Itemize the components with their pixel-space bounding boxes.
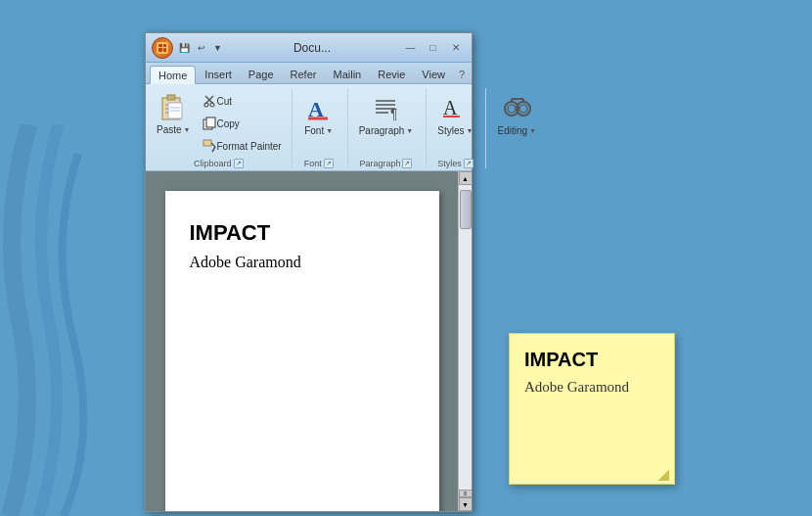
ribbon: Home Insert Page Refer Mailin Revie View… xyxy=(146,63,472,171)
paste-icon xyxy=(158,91,189,122)
styles-expand[interactable]: ↗ xyxy=(464,159,474,168)
styles-buttons: A Styles▼ xyxy=(430,88,479,157)
scroll-up-button[interactable]: ▲ xyxy=(459,171,473,185)
svg-text:¶: ¶ xyxy=(390,106,398,121)
cut-button[interactable]: Cut xyxy=(198,90,286,112)
help-button[interactable]: ? xyxy=(454,66,470,83)
paragraph-group-label: Paragraph ↗ xyxy=(352,159,421,168)
page-garamond-text: Adobe Garamond xyxy=(190,254,415,271)
sticky-garamond-text: Adobe Garamond xyxy=(524,379,659,396)
font-button[interactable]: A Font▼ xyxy=(296,88,341,140)
tab-revie[interactable]: Revie xyxy=(370,66,413,83)
clipboard-buttons: Paste▼ xyxy=(152,88,286,157)
scroll-track[interactable] xyxy=(459,185,472,490)
paragraph-label: Paragraph▼ xyxy=(359,125,414,136)
document-area: IMPACT Adobe Garamond ▲ ≡ ▼ xyxy=(146,171,472,511)
ribbon-group-font: A Font▼ Font ↗ xyxy=(293,88,348,168)
paste-label: Paste▼ xyxy=(157,124,191,135)
font-label: Font▼ xyxy=(304,125,333,136)
editing-group-label xyxy=(490,159,543,168)
format-painter-label: Format Painter xyxy=(217,141,282,152)
undo-button[interactable]: ↩ xyxy=(196,42,207,54)
editing-button[interactable]: Editing▼ xyxy=(490,88,543,140)
copy-button[interactable]: Copy xyxy=(198,113,286,134)
tab-page[interactable]: Page xyxy=(241,66,282,83)
paste-dropdown-arrow: ▼ xyxy=(184,126,191,133)
font-group-label: Font ↗ xyxy=(296,159,341,168)
office-button[interactable] xyxy=(152,37,173,59)
styles-label: Styles▼ xyxy=(437,125,473,136)
save-button[interactable]: 💾 xyxy=(177,42,192,54)
word-window: 💾 ↩ ▼ Docu... — □ ✕ Home Insert Page Ref… xyxy=(145,32,473,512)
tab-refer[interactable]: Refer xyxy=(283,66,325,83)
scroll-down-button[interactable]: ▼ xyxy=(459,497,473,511)
styles-label-text: Styles xyxy=(437,159,462,168)
paragraph-button[interactable]: ¶ Paragraph▼ xyxy=(352,88,421,140)
clipboard-expand[interactable]: ↗ xyxy=(234,159,244,168)
paragraph-icon: ¶ xyxy=(370,92,401,123)
paragraph-expand[interactable]: ↗ xyxy=(402,159,412,168)
minimize-button[interactable]: — xyxy=(400,39,421,57)
tab-mailin[interactable]: Mailin xyxy=(325,66,369,83)
scroll-split-button[interactable]: ≡ xyxy=(459,490,473,497)
svg-line-16 xyxy=(212,147,215,152)
font-buttons: A Font▼ xyxy=(296,88,341,157)
svg-rect-14 xyxy=(203,140,211,146)
scroll-thumb[interactable] xyxy=(460,190,472,229)
svg-rect-13 xyxy=(206,117,215,127)
ribbon-tabs: Home Insert Page Refer Mailin Revie View… xyxy=(146,63,472,84)
copy-icon xyxy=(202,116,217,131)
font-label-text: Font xyxy=(304,159,322,168)
editing-buttons: Editing▼ xyxy=(490,88,543,157)
office-logo xyxy=(157,42,168,54)
paragraph-buttons: ¶ Paragraph▼ xyxy=(352,88,421,157)
ribbon-content: Paste▼ xyxy=(146,84,472,170)
styles-dropdown-arrow: ▼ xyxy=(467,127,474,134)
editing-label-text xyxy=(516,159,519,168)
page-impact-text: IMPACT xyxy=(190,220,415,246)
tab-insert[interactable]: Insert xyxy=(197,66,240,83)
font-dropdown-arrow: ▼ xyxy=(326,127,333,134)
sticky-impact-text: IMPACT xyxy=(524,349,659,371)
close-button[interactable]: ✕ xyxy=(445,39,466,57)
paragraph-dropdown-arrow: ▼ xyxy=(406,127,413,134)
svg-rect-1 xyxy=(167,95,175,100)
svg-point-10 xyxy=(204,103,208,107)
styles-icon: A xyxy=(439,92,471,123)
sticky-note: IMPACT Adobe Garamond xyxy=(509,333,675,485)
document-page[interactable]: IMPACT Adobe Garamond xyxy=(146,171,458,511)
clipboard-group-label: Clipboard ↗ xyxy=(152,159,286,168)
editing-label: Editing▼ xyxy=(497,125,536,136)
vertical-scrollbar[interactable]: ▲ ≡ ▼ xyxy=(458,171,472,511)
cut-label: Cut xyxy=(217,96,233,107)
svg-text:A: A xyxy=(443,97,458,118)
font-icon: A xyxy=(303,92,335,123)
tab-view[interactable]: View xyxy=(414,66,453,83)
ribbon-group-styles: A Styles▼ Styles ↗ xyxy=(427,88,486,168)
clipboard-label-text: Clipboard xyxy=(194,159,232,168)
maximize-button[interactable]: □ xyxy=(423,39,443,57)
cut-icon xyxy=(202,93,217,109)
styles-group-label: Styles ↗ xyxy=(430,159,479,168)
title-controls: — □ ✕ xyxy=(400,39,466,57)
editing-dropdown-arrow: ▼ xyxy=(529,127,536,134)
sticky-corner xyxy=(657,469,669,481)
format-painter-button[interactable]: Format Painter xyxy=(198,135,286,157)
page: IMPACT Adobe Garamond xyxy=(165,191,439,511)
format-painter-icon xyxy=(202,138,217,154)
svg-line-15 xyxy=(211,143,215,147)
quick-access-dropdown[interactable]: ▼ xyxy=(211,42,224,54)
svg-point-11 xyxy=(210,103,214,107)
font-expand[interactable]: ↗ xyxy=(324,159,334,168)
tab-home[interactable]: Home xyxy=(150,66,196,84)
styles-button[interactable]: A Styles▼ xyxy=(430,88,479,140)
copy-label: Copy xyxy=(217,118,240,129)
svg-point-28 xyxy=(508,105,516,113)
window-title: Docu... xyxy=(293,41,331,55)
paste-button[interactable]: Paste▼ xyxy=(152,88,196,138)
ribbon-group-editing: Editing▼ xyxy=(486,88,549,168)
svg-point-29 xyxy=(519,105,527,113)
editing-icon xyxy=(501,92,532,123)
title-bar-left: 💾 ↩ ▼ xyxy=(152,37,224,59)
paragraph-label-text: Paragraph xyxy=(359,159,400,168)
